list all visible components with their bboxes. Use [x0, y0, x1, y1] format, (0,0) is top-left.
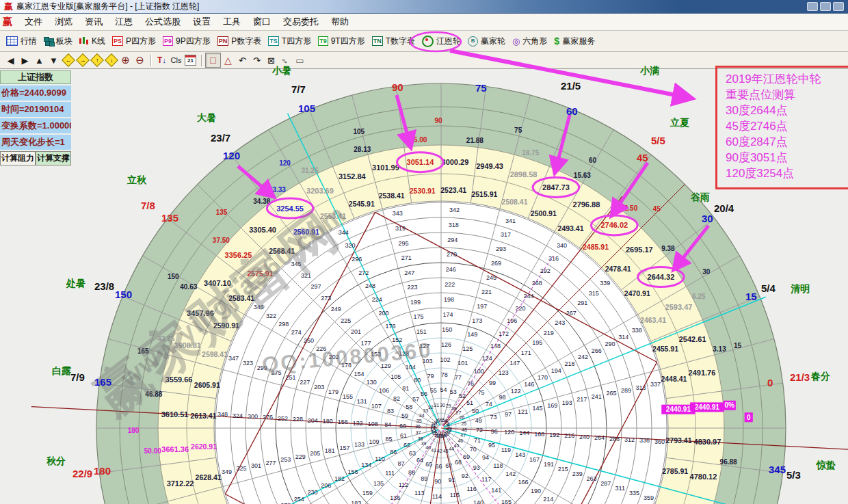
draw-t-updown-button[interactable]: T↓: [155, 53, 169, 67]
menu-item-tools[interactable]: 工具: [217, 14, 247, 29]
svg-text:0%: 0%: [724, 401, 734, 409]
menu-item-window[interactable]: 窗口: [247, 14, 277, 29]
calc-resistance-button[interactable]: 计算阻力: [0, 151, 36, 165]
menu-item-browse[interactable]: 浏览: [49, 14, 79, 29]
draw-flip-up-button[interactable]: ▲: [32, 53, 47, 67]
hexagon-icon: ◎: [512, 37, 520, 46]
toolbar-sectors[interactable]: 板块: [40, 34, 76, 49]
annotation-line: 90度3051点: [726, 150, 848, 165]
svg-text:315: 315: [589, 290, 599, 297]
svg-text:53: 53: [450, 388, 457, 395]
svg-text:247: 247: [404, 269, 414, 276]
svg-text:243: 243: [555, 319, 565, 326]
draw-pan-left-button[interactable]: ←: [61, 53, 75, 67]
svg-text:2440.91: 2440.91: [666, 406, 691, 413]
draw-zoom-in-button[interactable]: ⊕: [118, 53, 133, 67]
svg-text:225: 225: [341, 317, 351, 324]
svg-text:2448.41: 2448.41: [661, 375, 687, 383]
svg-text:2463.41: 2463.41: [640, 316, 666, 324]
svg-text:180: 180: [128, 427, 140, 434]
toolbar-winner-service[interactable]: $赢家服务: [551, 34, 598, 49]
svg-text:214: 214: [543, 496, 553, 503]
toolbar-p-square[interactable]: PSP四方形: [109, 34, 159, 49]
svg-text:197: 197: [477, 303, 487, 310]
svg-text:2620.91: 2620.91: [191, 442, 217, 451]
draw-rotate-cw-button[interactable]: ↷: [250, 53, 264, 67]
symbol-name: 上证指数: [0, 70, 71, 84]
minimize-button[interactable]: [807, 2, 818, 11]
draw-pan-up-button[interactable]: ↑: [90, 53, 104, 67]
annotation-line: 2019年江恩轮中轮: [726, 71, 848, 87]
toolbar-p-number-table[interactable]: PNP数字表: [214, 34, 265, 49]
draw-pan-right-button[interactable]: →: [75, 53, 90, 67]
svg-text:2847.73: 2847.73: [542, 183, 570, 191]
svg-text:38: 38: [418, 436, 423, 441]
svg-text:2628.41: 2628.41: [196, 473, 222, 481]
winner-wheel-icon: B: [468, 36, 478, 47]
toolbar-quotes[interactable]: 行情: [3, 34, 40, 49]
svg-text:249: 249: [331, 306, 341, 313]
draw-flip-down-button[interactable]: ▼: [47, 53, 61, 67]
svg-text:42: 42: [437, 449, 442, 453]
svg-text:100: 100: [474, 368, 484, 375]
close-button[interactable]: [833, 2, 844, 11]
svg-text:297: 297: [311, 283, 321, 290]
svg-text:223: 223: [408, 284, 418, 291]
svg-text:169: 169: [547, 402, 557, 409]
svg-text:183: 183: [351, 500, 361, 504]
draw-triangle-tool-button[interactable]: △: [221, 53, 235, 67]
svg-text:3457.96: 3457.96: [187, 309, 214, 317]
toolbar-gann-wheel[interactable]: 江恩轮: [419, 34, 464, 49]
svg-text:50: 50: [472, 408, 479, 414]
menu-item-formula-stock-pick[interactable]: 公式选股: [139, 14, 187, 29]
svg-text:200: 200: [379, 310, 389, 317]
draw-square-tool-button[interactable]: □: [205, 53, 221, 68]
draw-back-button[interactable]: ◀: [3, 53, 18, 67]
toolbar-winner-wheel[interactable]: B赢家轮: [464, 34, 509, 49]
toolbar-label-9t-square: 9T四方形: [331, 36, 365, 47]
svg-text:101: 101: [458, 360, 468, 367]
toolbar-9t-square[interactable]: T99T四方形: [315, 34, 369, 49]
toolbar-t-square[interactable]: TST四方形: [265, 34, 315, 49]
menu-item-gann[interactable]: 江恩: [109, 14, 139, 29]
toolbar-hexagon[interactable]: ◎六角形: [509, 34, 551, 49]
svg-text:2440.91: 2440.91: [695, 403, 720, 411]
svg-text:105: 105: [353, 128, 365, 135]
menu-item-trade-entrust[interactable]: 交易委托: [277, 14, 325, 29]
svg-text:109: 109: [369, 438, 379, 445]
pan-right-icon: →: [76, 53, 90, 67]
draw-rotate-ccw-button[interactable]: ↶: [235, 53, 250, 67]
svg-text:45: 45: [653, 205, 661, 213]
svg-text:58: 58: [406, 403, 412, 410]
toolbar-t-number-table[interactable]: TNT数字表: [369, 34, 419, 49]
svg-text:48: 48: [462, 427, 467, 432]
draw-forward-button[interactable]: ▶: [18, 53, 32, 67]
gann-wheel-area[interactable]: 15304560759010512013515016518003.136.259…: [0, 69, 848, 504]
svg-text:116: 116: [466, 486, 476, 492]
svg-text:2898.58: 2898.58: [510, 170, 538, 178]
svg-text:30: 30: [440, 403, 445, 408]
svg-text:157: 157: [339, 445, 349, 451]
calc-support-button[interactable]: 计算支撑: [36, 151, 71, 165]
svg-text:121: 121: [518, 408, 528, 415]
draw-cls-button[interactable]: Cls: [169, 53, 183, 67]
svg-text:204: 204: [308, 417, 318, 424]
calc-buttons: 计算阻力计算支撑: [0, 151, 71, 165]
toolbar-kline[interactable]: K线: [76, 34, 109, 49]
svg-text:154: 154: [354, 371, 364, 377]
menu-item-file[interactable]: 文件: [18, 14, 49, 29]
svg-text:198: 198: [444, 296, 454, 303]
svg-text:253: 253: [280, 456, 291, 463]
svg-text:287: 287: [600, 480, 611, 487]
menu-item-news[interactable]: 资讯: [79, 14, 109, 29]
draw-zoom-out-button[interactable]: ⊖: [133, 53, 147, 67]
toolbar-9p-square[interactable]: P99P四方形: [159, 34, 214, 49]
menu-item-help[interactable]: 帮助: [325, 14, 355, 29]
maximize-button[interactable]: [820, 2, 831, 11]
draw-calendar-button[interactable]: 21: [183, 53, 198, 67]
svg-text:103: 103: [423, 358, 433, 364]
svg-text:274: 274: [291, 329, 302, 336]
menu-item-settings[interactable]: 设置: [187, 14, 217, 29]
title-bar: 赢 赢家江恩专业版[赢家服务平台] - [上证指数 江恩轮]: [0, 0, 848, 14]
draw-pan-down-button[interactable]: ↓: [104, 53, 118, 67]
